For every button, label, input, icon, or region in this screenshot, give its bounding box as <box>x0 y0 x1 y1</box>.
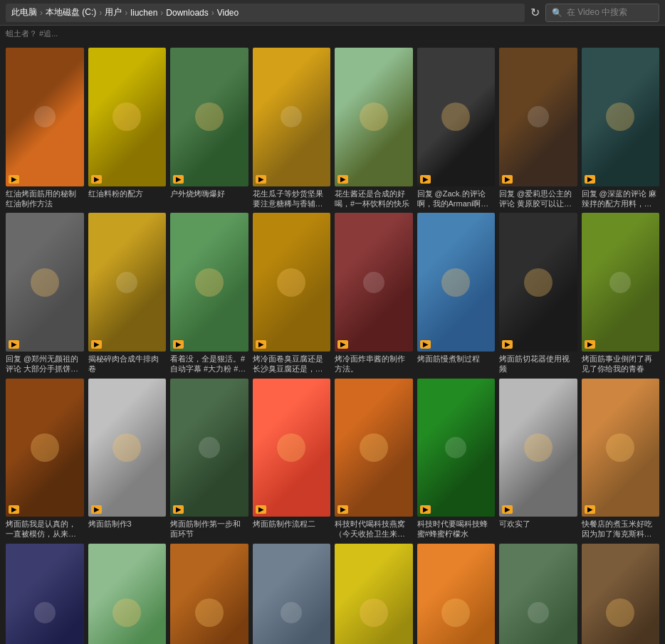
play-badge: ▶ <box>256 340 266 349</box>
video-title: 可欢实了 <box>499 519 577 529</box>
video-item[interactable]: ▶户外烧烤嗨爆好 <box>170 48 248 208</box>
path-segment-1[interactable]: 此电脑 <box>11 6 37 19</box>
path-segment-6[interactable]: Video <box>217 8 239 18</box>
video-item[interactable]: Player兰州拉面汤料配方 #兰州拉面汤料 <box>88 544 167 644</box>
video-item[interactable]: Player儒家嗯嗯得米，观众朋友要嗯嗯，都是人才哟！ <box>335 544 413 644</box>
video-item[interactable]: ▶红油烤面筋用的秘制红油制作方法 <box>6 48 84 208</box>
video-title: 回复 @郑州无颜祖的评论 大部分手抓饼、烤冷面、鸡蛋饼都... <box>6 354 84 374</box>
video-item[interactable]: ▶花生酱还是合成的好喝，#一杯饮料的快乐 <box>335 48 413 208</box>
play-badge: ▶ <box>91 175 102 184</box>
play-badge: ▶ <box>420 340 431 349</box>
video-item[interactable]: ▶花生瓜子等炒货坚果要注意糖稀与香辅的配料，希望大家合理... <box>253 48 331 208</box>
video-title: 烤面筋慢煮制过程 <box>417 354 496 364</box>
path-segment-4[interactable]: liuchen <box>130 8 157 18</box>
play-badge: ▶ <box>91 505 102 514</box>
search-placeholder: 在 Video 中搜索 <box>567 6 627 19</box>
path-segment-3[interactable]: 用户 <box>105 6 122 19</box>
path-segment-2[interactable]: 本地磁盘 (C:) <box>46 6 96 19</box>
play-badge: ▶ <box>256 505 266 514</box>
video-item[interactable]: ▶烤面筋制作流程二 <box>253 379 331 539</box>
play-badge: ▶ <box>337 175 348 184</box>
video-item[interactable]: ▶科技时代喝科技燕窝（今天收拾卫生来的，抱歉视频发晚了，... <box>335 379 413 539</box>
video-item[interactable]: ▶烤冷面卷臭豆腐还是长沙臭豆腐还是，带你看看 <box>253 213 331 374</box>
video-title: 花生酱还是合成的好喝，#一杯饮料的快乐 <box>335 189 413 209</box>
play-badge: ▶ <box>9 340 19 349</box>
play-badge: ▶ <box>337 505 348 514</box>
address-bar: 此电脑 › 本地磁盘 (C:) › 用户 › liuchen › Downloa… <box>0 0 665 26</box>
play-badge: ▶ <box>173 340 184 349</box>
play-badge: ▶ <box>256 175 266 184</box>
video-title: 快餐店的煮玉米好吃因为加了海克斯科技香椿油哟 <box>582 519 660 539</box>
video-title: 看着没，全是狠活。#自动字幕 #大力粉 #鲜香粉 <box>170 354 248 374</box>
video-title: 户外烧烤嗨爆好 <box>170 189 248 199</box>
video-item[interactable]: ▶回复 @深蓝的评论 麻辣拌的配方用料，其中辣椒油中可以添加... <box>582 48 660 208</box>
video-title: 烤面筋我是认真的，一直被模仿，从来未超越。#烤面筋的... <box>6 519 84 539</box>
play-badge: ▶ <box>585 505 595 514</box>
video-title: 烤面筋事业倒闭了再见了你给我的青春 <box>582 354 660 374</box>
video-item[interactable]: ▶烤面筋慢煮制过程 <box>417 213 496 374</box>
play-badge: ▶ <box>9 175 19 184</box>
refresh-button[interactable]: ↻ <box>528 3 543 22</box>
video-title: 回复 @深蓝的评论 麻辣拌的配方用料，其中辣椒油中可以添加... <box>582 189 660 209</box>
play-badge: ▶ <box>420 505 431 514</box>
video-grid: ▶红油烤面筋用的秘制红油制作方法▶红油料粉的配方▶户外烧烤嗨爆好▶花生瓜子等炒货… <box>0 42 665 644</box>
play-badge: ▶ <box>173 505 184 514</box>
video-title: 烤面筋制作流程二 <box>253 519 331 529</box>
search-icon: 🔍 <box>552 8 562 18</box>
path-segment-5[interactable]: Downloads <box>166 8 208 18</box>
video-item[interactable]: ▶烤面筋我是认真的，一直被模仿，从来未超越。#烤面筋的... <box>6 379 84 539</box>
video-title: 烤冷面炸串酱的制作方法。 <box>335 354 413 374</box>
video-title: 烤面筋制作第一步和面环节 <box>170 519 248 539</box>
path-bar[interactable]: 此电脑 › 本地磁盘 (C:) › 用户 › liuchen › Downloa… <box>6 4 525 22</box>
video-item[interactable]: Player恋爱冰红茶，专一只爱他～ <box>417 544 496 644</box>
video-title: 回复 @爱莉思公主的评论 黄原胶可以让大米粥快速增稠 <box>499 189 577 209</box>
video-item[interactable]: ▶可欢实了 <box>499 379 577 539</box>
video-title: 烤冷面卷臭豆腐还是长沙臭豆腐还是，带你看看 <box>253 354 331 374</box>
video-item[interactable]: ▶揭秘碎肉合成牛排肉卷 <box>88 213 167 374</box>
video-item[interactable]: ▶快餐店的煮玉米好吃因为加了海克斯科技香椿油哟 <box>582 379 660 539</box>
play-badge: ▶ <box>9 505 19 514</box>
video-title: 揭秘碎肉合成牛排肉卷 <box>88 354 167 374</box>
video-title: 花生瓜子等炒货坚果要注意糖稀与香辅的配料，希望大家合理... <box>253 189 331 209</box>
play-badge: ▶ <box>337 340 348 349</box>
video-item[interactable]: ▶回复 @Zack.的评论 啊，我的Armani啊！#炒鸡酱料 <box>417 48 496 208</box>
play-badge: ▶ <box>420 175 431 184</box>
play-badge: ▶ <box>173 175 184 184</box>
video-item[interactable]: Player凉皮制作像泡面一样简单没想到吧？#疫情居家美食 #凉皮做法 <box>499 544 577 644</box>
video-item[interactable]: ▶看着没，全是狠活。#自动字幕 #大力粉 #鲜香粉 <box>170 213 248 374</box>
video-item[interactable]: ▶烤面筋制作3 <box>88 379 167 539</box>
play-badge: ▶ <box>585 175 595 184</box>
video-item[interactable]: Player拉丝拔丝的 #鸡柳棒 #中街鸡柳 <box>6 544 84 644</box>
video-item[interactable]: ▶红油料粉的配方 <box>88 48 167 208</box>
play-badge: ▶ <box>502 340 513 349</box>
play-badge: ▶ <box>502 505 513 514</box>
search-box[interactable]: 🔍 在 Video 中搜索 <box>545 4 659 22</box>
video-item[interactable]: Player美好生活在向我招手 <box>582 544 660 644</box>
video-title: 烤面筋制作3 <box>88 519 167 529</box>
video-title: 红油烤面筋用的秘制红油制作方法 <box>6 189 84 209</box>
video-title: 科技时代要喝科技蜂蜜#蜂蜜柠檬水 <box>417 519 496 539</box>
video-title: 科技时代喝科技燕窝（今天收拾卫生来的，抱歉视频发晚了，... <box>335 519 413 539</box>
video-title: 烤面筋切花器使用视频 <box>499 354 577 374</box>
video-item[interactable]: ▶回复 @郑州无颜祖的评论 大部分手抓饼、烤冷面、鸡蛋饼都... <box>6 213 84 374</box>
play-badge: ▶ <box>585 340 595 349</box>
play-badge: ▶ <box>91 340 102 349</box>
video-item[interactable]: Player老鸭肉做羊肉片，自助餐鸡肉乒乒球店标配😊 <box>253 544 331 644</box>
video-item[interactable]: ▶烤面筋切花器使用视频 <box>499 213 577 374</box>
video-item[interactable]: ▶烤面筋制作第一步和面环节 <box>170 379 248 539</box>
video-item[interactable]: ▶烤冷面炸串酱的制作方法。 <box>335 213 413 374</box>
video-item[interactable]: ▶烤面筋事业倒闭了再见了你给我的青春 <box>582 213 660 374</box>
video-title: 回复 @Zack.的评论 啊，我的Armani啊！#炒鸡酱料 <box>417 189 496 209</box>
video-item[interactable]: ▶科技时代要喝科技蜂蜜#蜂蜜柠檬水 <box>417 379 496 539</box>
play-badge: ▶ <box>502 175 513 184</box>
video-item[interactable]: Player老王太太在沈阳市，自助餐炸鸡排挺有名，都是因为善好吃，今天飞岁... <box>170 544 248 644</box>
top-notification: 蛆土者？ #追... <box>0 26 665 42</box>
video-item[interactable]: ▶回复 @爱莉思公主的评论 黄原胶可以让大米粥快速增稠 <box>499 48 577 208</box>
video-title: 红油料粉的配方 <box>88 189 167 199</box>
